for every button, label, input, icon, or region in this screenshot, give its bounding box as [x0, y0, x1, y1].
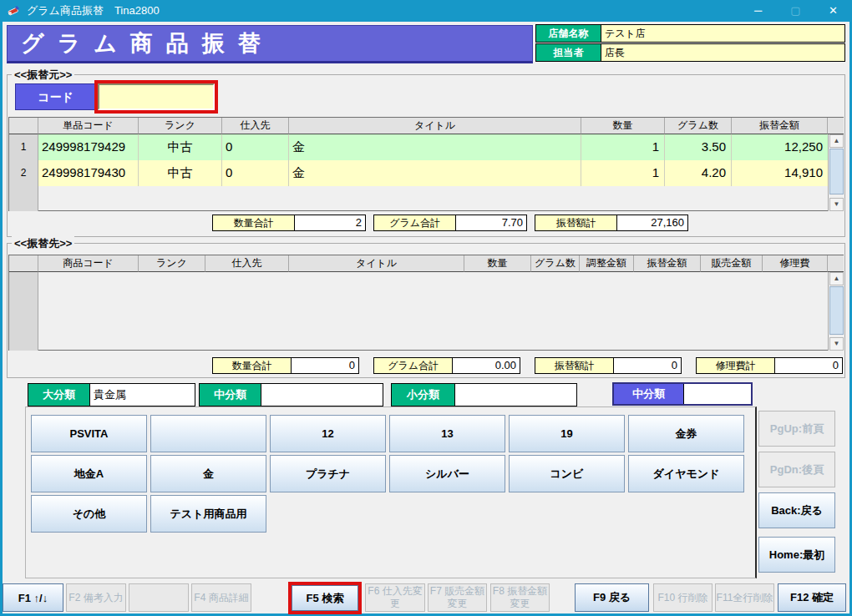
title-bar: グラム商品振替 Tina2800 ─ ▢ ✕: [0, 0, 852, 22]
maximize-icon[interactable]: ▢: [777, 0, 814, 22]
category-button-panel: PSVITA 12 13 19 金券 地金A 金 プラチナ シルバー コンビ ダ…: [25, 406, 757, 578]
middle-category2-input[interactable]: [684, 384, 751, 404]
source-col-qty: 数量: [581, 118, 665, 134]
source-col-grams: グラム数: [665, 118, 732, 134]
major-category-input[interactable]: [90, 384, 195, 406]
code-input[interactable]: [98, 83, 215, 110]
source-table-scrollbar[interactable]: ▲ ▼: [828, 134, 844, 211]
cell-rank: 中古: [139, 160, 222, 186]
scrollbar-thumb[interactable]: [829, 286, 844, 335]
scroll-down-icon[interactable]: ▼: [829, 198, 844, 211]
dest-repair-total: 修理費計 0: [696, 357, 843, 374]
dest-gram-total: グラム合計 0.00: [373, 357, 520, 374]
minor-category-group: 小分類: [391, 383, 577, 406]
scrollbar-thumb[interactable]: [829, 149, 844, 194]
page-title: グラム商品振替: [7, 25, 533, 63]
back-button[interactable]: Back:戻る: [758, 492, 835, 528]
category-button-combi[interactable]: コンビ: [509, 455, 625, 492]
row-number: 1: [9, 134, 38, 160]
category-button-12[interactable]: 12: [270, 415, 386, 452]
dest-qty-total: 数量合計 0: [212, 357, 359, 374]
category-button-blank[interactable]: [150, 415, 266, 452]
gram-total-value: 0.00: [453, 358, 520, 373]
table-row[interactable]: 2 249998179430 中古 0 金 1 4.20 14,910: [9, 160, 828, 186]
scrollbar-header-spacer: [828, 255, 844, 272]
dest-col-qty: 数量: [464, 255, 531, 272]
f9-back-button[interactable]: F9 戻る: [575, 583, 649, 612]
qty-total-value: 0: [292, 358, 358, 373]
category-button-platinum[interactable]: プラチナ: [270, 455, 386, 492]
cell-title: 金: [289, 134, 581, 160]
cell-code: 249998179430: [38, 160, 139, 186]
code-highlight-box: [94, 80, 218, 114]
cell-amount: 14,910: [732, 160, 828, 186]
source-col-supplier: 仕入先: [222, 118, 289, 134]
f10-delete-row-button: F10 行削除: [653, 583, 713, 612]
cell-supplier: 0: [222, 160, 289, 186]
dest-col-repair: 修理費: [763, 255, 828, 272]
gram-total-value: 7.70: [456, 215, 526, 230]
source-col-amount: 振替金額: [732, 118, 828, 134]
category-button-19[interactable]: 19: [509, 415, 625, 452]
store-name-value: テスト店: [601, 25, 844, 42]
source-gram-total: グラム合計 7.70: [373, 215, 527, 231]
category-button-silver[interactable]: シルバー: [389, 455, 505, 492]
category-button-kinken[interactable]: 金券: [628, 415, 744, 452]
app-window: グラム商品振替 Tina2800 ─ ▢ ✕ グラム商品振替 店舗名称 テスト店…: [0, 0, 852, 616]
category-button-psvita[interactable]: PSVITA: [31, 415, 147, 452]
f1-updown-button[interactable]: F1 ↑/↓: [3, 583, 63, 612]
gram-total-label: グラム合計: [374, 215, 456, 230]
f7-sale-amount-change-button: F7 販売金額変更: [428, 583, 487, 612]
category-button-gold[interactable]: 金: [150, 455, 266, 492]
dest-col-title: タイトル: [289, 255, 464, 272]
source-table: 単品コード ランク 仕入先 タイトル 数量 グラム数 振替金額 1 249998…: [8, 117, 844, 211]
minor-category-label: 小分類: [392, 384, 455, 406]
qty-total-label: 数量合計: [213, 215, 295, 230]
store-name-group: 店舗名称 テスト店: [535, 24, 845, 43]
row-number-strip: [9, 272, 38, 351]
minimize-icon[interactable]: ─: [739, 0, 777, 22]
scroll-down-icon[interactable]: ▼: [829, 337, 844, 351]
scroll-up-icon[interactable]: ▲: [829, 272, 844, 285]
cell-rank: 中古: [139, 134, 222, 160]
middle-category-group: 中分類: [199, 383, 383, 406]
f5-highlight-box: F5 検索: [288, 582, 362, 614]
middle-category2-label: 中分類: [614, 384, 684, 404]
f2-remarks-button: F2 備考入力: [66, 583, 126, 612]
repair-total-value: 0: [775, 358, 842, 373]
middle-category-label: 中分類: [200, 384, 261, 406]
cell-supplier: 0: [222, 134, 289, 160]
category-button-jigane-a[interactable]: 地金A: [31, 455, 147, 492]
dest-col-adjust: 調整金額: [580, 255, 634, 272]
f8-transfer-amount-change-button: F8 振替金額変更: [490, 583, 550, 612]
f5-search-button[interactable]: F5 検索: [292, 585, 358, 611]
source-col-title: タイトル: [289, 118, 581, 134]
category-button-13[interactable]: 13: [389, 415, 505, 452]
minor-category-input[interactable]: [455, 384, 576, 406]
category-button-other[interactable]: その他: [31, 495, 147, 533]
dest-col-rank: ランク: [139, 255, 205, 272]
source-section-title: <<振替元>>: [12, 68, 74, 83]
dest-table-scrollbar[interactable]: ▲ ▼: [828, 272, 844, 351]
source-qty-total: 数量合計 2: [212, 215, 366, 231]
staff-group: 担当者 店長: [535, 43, 845, 62]
cell-grams: 3.50: [665, 134, 732, 160]
home-button[interactable]: Home:最初: [758, 537, 835, 573]
dest-col-grams: グラム数: [531, 255, 580, 272]
scroll-up-icon[interactable]: ▲: [829, 134, 844, 148]
window-title: グラム商品振替 Tina2800: [27, 0, 160, 22]
amount-total-value: 0: [614, 358, 681, 373]
cell-title: 金: [289, 160, 581, 186]
source-amount-total: 振替額計 27,160: [535, 215, 688, 231]
major-category-group: 大分類: [28, 383, 195, 406]
category-button-diamond[interactable]: ダイヤモンド: [628, 455, 744, 492]
category-button-test-product[interactable]: テスト用商品用: [150, 495, 266, 533]
table-row[interactable]: 1 249998179429 中古 0 金 1 3.50 12,250: [9, 134, 828, 160]
cell-qty: 1: [581, 134, 665, 160]
middle-category-input[interactable]: [261, 384, 383, 406]
amount-total-label: 振替額計: [535, 215, 617, 230]
cell-code: 249998179429: [38, 134, 139, 160]
f4-product-detail-button: F4 商品詳細: [191, 583, 251, 612]
f12-confirm-button[interactable]: F12 確定: [778, 583, 846, 612]
close-icon[interactable]: ✕: [814, 0, 852, 22]
